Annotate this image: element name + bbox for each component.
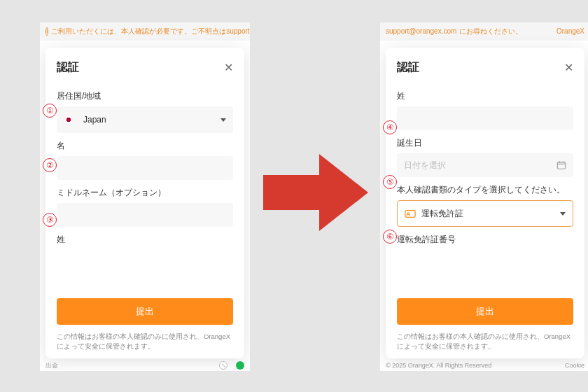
banner-text: ご利用いただくには、本人確認が必要です。ご不明点はsupport (51, 22, 249, 41)
submit-button[interactable]: 提出 (397, 298, 573, 325)
japan-flag-icon (64, 115, 74, 125)
country-select[interactable]: Japan (57, 106, 233, 133)
disclaimer-text: この情報はお客様の本人確認のみに使用され、OrangeXによって安全に保管されま… (57, 332, 233, 352)
annotation-6: ⑥ (383, 230, 397, 244)
phone-screenshot-step1: ! ご利用いただくには、本人確認が必要です。ご不明点はsupport 認証 ✕ … (40, 22, 250, 371)
svg-rect-1 (557, 162, 565, 169)
modal-title: 認証 (397, 60, 419, 75)
annotation-1: ① (43, 104, 57, 118)
chevron-down-icon (220, 118, 226, 122)
disclaimer-text: この情報はお客様の本人確認のみに使用され、OrangeXによって安全に保管されま… (397, 332, 573, 352)
svg-rect-5 (405, 211, 415, 218)
doctype-value: 運転免許証 (421, 208, 463, 220)
warning-banner: ! ご利用いただくには、本人確認が必要です。ご不明点はsupport (40, 22, 250, 41)
license-icon (405, 209, 416, 218)
brand-label: OrangeX (556, 22, 584, 41)
lastname-label: 姓 (57, 234, 233, 246)
middlename-label: ミドルネーム（オプション） (57, 187, 233, 199)
doctype-select[interactable]: 運転免許証 (397, 200, 573, 227)
modal-title: 認証 (57, 60, 79, 75)
close-icon[interactable]: ✕ (224, 62, 233, 74)
warning-banner: support@orangex.com にお尋ねください。 OrangeX (380, 22, 588, 41)
dob-placeholder: 日付を選択 (404, 160, 556, 172)
status-ok-icon (236, 361, 244, 370)
firstname-input[interactable] (57, 156, 233, 180)
verification-modal: 認証 ✕ 居住国/地域 Japan 名 ミドルネーム（オプション） 姓 提出 こ… (46, 48, 244, 358)
phone-screenshot-step2: support@orangex.com にお尋ねください。 OrangeX 認証… (380, 22, 588, 371)
annotation-5: ⑤ (383, 175, 397, 189)
annotation-4: ④ (383, 120, 397, 134)
dob-input[interactable]: 日付を選択 (397, 153, 573, 177)
country-value: Japan (83, 115, 106, 125)
verification-modal: 認証 ✕ 姓 誕生日 日付を選択 本人確認書類のタイプを選択してください。 運転… (386, 48, 584, 358)
doctype-label: 本人確認書類のタイプを選択してください。 (397, 184, 573, 196)
banner-email: support@orangex.com (386, 22, 456, 41)
warning-icon: ! (46, 27, 48, 36)
status-blocked-icon (219, 361, 227, 370)
close-icon[interactable]: ✕ (564, 62, 573, 74)
chevron-down-icon (560, 212, 566, 216)
footer-cookie[interactable]: Cookie (565, 362, 584, 369)
footer: © 2025 OrangeX. All Rights Reserved Cook… (380, 360, 588, 371)
middlename-input[interactable] (57, 203, 233, 227)
footer-copyright: © 2025 OrangeX. All Rights Reserved (386, 362, 491, 369)
lastname-label: 姓 (397, 90, 573, 102)
country-label: 居住国/地域 (57, 90, 233, 102)
banner-tail: にお尋ねください。 (459, 22, 522, 41)
arrow-right-icon (263, 147, 368, 238)
footer-withdraw: 出金 (46, 361, 58, 370)
dob-label: 誕生日 (397, 137, 573, 149)
footer: 出金 (40, 360, 250, 371)
docnum-label: 運転免許証番号 (397, 234, 573, 246)
annotation-2: ② (43, 158, 57, 172)
lastname-input[interactable] (397, 106, 573, 130)
calendar-icon (556, 160, 566, 170)
svg-marker-0 (263, 154, 368, 231)
submit-button[interactable]: 提出 (57, 298, 233, 325)
annotation-3: ③ (43, 213, 57, 227)
firstname-label: 名 (57, 140, 233, 152)
